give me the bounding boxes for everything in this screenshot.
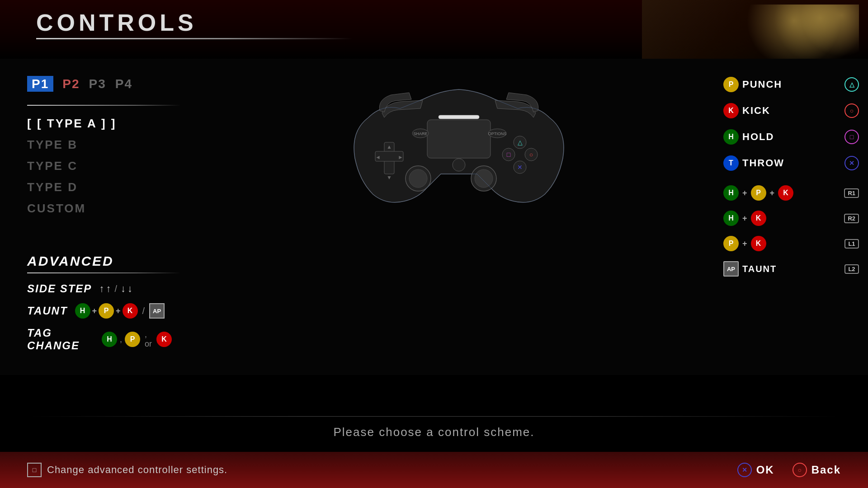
taunt-h-btn: H	[75, 303, 90, 319]
svg-text:▼: ▼	[387, 174, 392, 181]
kick-k-icon: K	[723, 103, 739, 118]
hint-text: Change advanced controller settings.	[47, 464, 227, 476]
control-type-type-c[interactable]: TYPE C	[27, 157, 172, 175]
legend-throw: T THROW ✕	[723, 155, 859, 173]
taunt-ap-btn: AP	[149, 303, 165, 319]
legend-hold: H HOLD □	[723, 129, 859, 146]
throw-label: THROW	[742, 157, 841, 169]
taunt-plus1: +	[92, 306, 97, 316]
advanced-section: ADVANCED SIDE STEP ↑ ↑ / ↓ ↓ TAUNT	[27, 253, 172, 352]
player-tab-p3[interactable]: P3	[89, 77, 106, 91]
svg-text:◄: ◄	[375, 154, 381, 160]
side-step-row: SIDE STEP ↑ ↑ / ↓ ↓	[27, 282, 172, 295]
svg-point-6	[453, 159, 465, 171]
combo-r2-badge: R2	[844, 214, 859, 223]
kick-label: KICK	[742, 105, 841, 117]
kick-ps-btn: ○	[844, 103, 859, 118]
combo-l2-badge: L2	[844, 264, 859, 274]
hold-label: HOLD	[742, 131, 841, 143]
right-panel: P PUNCH △ K KICK ○ H HOLD □ T THROW ✕	[719, 59, 868, 452]
punch-p-icon: P	[723, 77, 739, 92]
advanced-title: ADVANCED	[27, 253, 172, 269]
action-back[interactable]: ○ Back	[793, 463, 841, 477]
punch-label: PUNCH	[742, 79, 841, 90]
combo-r1: H + P + K R1	[723, 185, 859, 202]
tag-change-icons: H , P , or K	[102, 330, 172, 349]
svg-rect-1	[439, 115, 479, 119]
player-tab-p2[interactable]: P2	[62, 77, 80, 91]
combo-l1-k: K	[751, 236, 766, 251]
page-title: CONTROLS	[36, 9, 353, 36]
svg-text:✕: ✕	[517, 164, 523, 171]
svg-text:□: □	[507, 151, 511, 158]
header: CONTROLS	[0, 0, 868, 59]
combo-r1-badge: R1	[844, 188, 859, 198]
taunt-p-btn: P	[99, 303, 114, 319]
combo-l2-ap-btn: AP	[723, 261, 739, 277]
taunt-plus2: +	[116, 306, 121, 316]
svg-text:SHARE: SHARE	[413, 131, 427, 136]
svg-text:►: ►	[398, 154, 403, 160]
taunt-label: TAUNT	[27, 305, 68, 317]
combo-r1-p: P	[751, 185, 766, 201]
player-tab-p1-wrap: P1	[27, 77, 53, 91]
back-label: Back	[811, 464, 841, 476]
svg-point-24	[475, 169, 493, 188]
ok-label: OK	[756, 464, 774, 476]
hold-h-icon: H	[723, 129, 739, 145]
player-tab-p1[interactable]: P1	[27, 76, 53, 92]
svg-rect-0	[427, 120, 491, 158]
legend-kick: K KICK ○	[723, 103, 859, 120]
combo-r2-k: K	[751, 211, 766, 226]
legend-punch: P PUNCH △	[723, 77, 859, 94]
control-type-list: [ TYPE A ] TYPE B TYPE C TYPE D CUSTOM	[27, 115, 172, 217]
left-panel: P1 P2 P3 P4 [ TYPE A ] TYPE B TYPE C TYP…	[0, 59, 199, 452]
control-type-type-b[interactable]: TYPE B	[27, 136, 172, 154]
advanced-underline	[27, 272, 181, 273]
control-type-type-a[interactable]: [ TYPE A ]	[27, 115, 172, 132]
player-tab-p4[interactable]: P4	[115, 77, 132, 91]
combo-r1-k: K	[778, 185, 793, 201]
center-panel: SHARE OPTIONS ▲ ▼ ◄ ► △ □	[199, 59, 719, 452]
combo-r1-h: H	[723, 185, 739, 201]
status-hint: □ Change advanced controller settings.	[27, 463, 227, 477]
status-bar: □ Change advanced controller settings. ✕…	[0, 452, 868, 488]
taunt-row: TAUNT H + P + K / AP	[27, 303, 172, 319]
main-content: P1 P2 P3 P4 [ TYPE A ] TYPE B TYPE C TYP…	[0, 59, 868, 452]
instruction-text: Please choose a control scheme.	[0, 425, 868, 439]
combo-l1: P + K L1	[723, 236, 859, 253]
taunt-k-btn: K	[123, 303, 138, 319]
combo-r2-h: H	[723, 211, 739, 226]
player-tabs: P1 P2 P3 P4	[27, 77, 172, 91]
svg-text:▲: ▲	[387, 144, 392, 150]
controller-image: SHARE OPTIONS ▲ ▼ ◄ ► △ □	[341, 72, 576, 217]
tag-change-label: TAG CHANGE	[27, 327, 94, 352]
taunt-icons: H + P + K / AP	[75, 303, 165, 319]
side-step-label: SIDE STEP	[27, 282, 92, 295]
back-icon: ○	[793, 463, 807, 477]
title-underline	[36, 38, 353, 39]
combo-l1-p: P	[723, 236, 739, 251]
tag-change-row: TAG CHANGE H , P , or K	[27, 327, 172, 352]
combo-l2: AP TAUNT L2	[723, 261, 859, 278]
throw-ps-btn: ✕	[844, 156, 859, 170]
advanced-items: SIDE STEP ↑ ↑ / ↓ ↓ TAUNT H + P	[27, 282, 172, 352]
status-actions: ✕ OK ○ Back	[737, 463, 841, 477]
square-hint-icon: □	[27, 463, 42, 477]
svg-text:OPTIONS: OPTIONS	[488, 131, 507, 136]
control-type-custom[interactable]: CUSTOM	[27, 200, 172, 217]
tag-k-btn: K	[156, 332, 172, 347]
control-type-type-d[interactable]: TYPE D	[27, 178, 172, 196]
combo-r2: H + K R2	[723, 211, 859, 228]
side-step-icons: ↑ ↑ / ↓ ↓	[99, 283, 132, 295]
ok-icon: ✕	[737, 463, 752, 477]
punch-ps-btn: △	[844, 77, 859, 92]
player-tabs-underline	[27, 105, 181, 106]
combo-l1-badge: L1	[844, 239, 859, 249]
svg-point-22	[409, 169, 427, 188]
action-ok[interactable]: ✕ OK	[737, 463, 774, 477]
svg-text:△: △	[518, 139, 523, 146]
tag-h-btn: H	[102, 332, 117, 347]
svg-text:○: ○	[529, 151, 533, 158]
horizontal-rule	[27, 416, 841, 417]
